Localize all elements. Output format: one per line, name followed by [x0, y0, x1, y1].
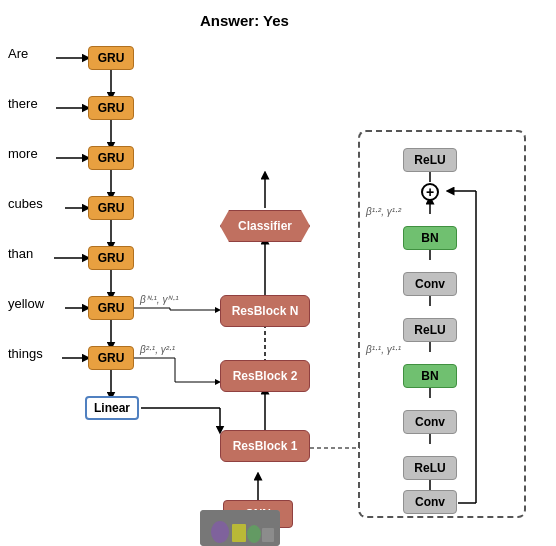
- resblock-1: ResBlock 1: [220, 430, 310, 462]
- gru-1: GRU: [88, 46, 134, 70]
- resblock-2: ResBlock 2: [220, 360, 310, 392]
- gru-5: GRU: [88, 246, 134, 270]
- right-bn-1: BN: [403, 364, 457, 388]
- resblock-n: ResBlock N: [220, 295, 310, 327]
- svg-point-44: [247, 525, 261, 543]
- right-bn-2: BN: [403, 226, 457, 250]
- word-than: than: [8, 246, 33, 261]
- gru-6: GRU: [88, 296, 134, 320]
- gru-7: GRU: [88, 346, 134, 370]
- gru-2: GRU: [88, 96, 134, 120]
- word-more: more: [8, 146, 38, 161]
- input-image: [200, 510, 280, 546]
- right-conv-1: Conv: [403, 490, 457, 514]
- svg-rect-43: [232, 524, 246, 542]
- right-relu-1: ReLU: [403, 456, 457, 480]
- word-cubes: cubes: [8, 196, 43, 211]
- answer-label: Answer: Yes: [200, 12, 289, 29]
- right-conv-2: Conv: [403, 410, 457, 434]
- param-beta11: β¹·¹, γ¹·¹: [366, 344, 401, 355]
- svg-rect-45: [262, 528, 274, 542]
- gru-3: GRU: [88, 146, 134, 170]
- gru-4: GRU: [88, 196, 134, 220]
- right-relu-2: ReLU: [403, 318, 457, 342]
- param-beta21: β²·¹, γ²·¹: [140, 344, 175, 355]
- word-things: things: [8, 346, 43, 361]
- word-are: Are: [8, 46, 28, 61]
- residual-plus: +: [421, 183, 439, 201]
- word-there: there: [8, 96, 38, 111]
- param-betaN1: βᴺ·¹, γᴺ·¹: [140, 294, 179, 305]
- word-yellow: yellow: [8, 296, 44, 311]
- right-conv-3: Conv: [403, 272, 457, 296]
- right-relu-3: ReLU: [403, 148, 457, 172]
- linear-box: Linear: [85, 396, 139, 420]
- param-beta12: β¹·², γ¹·²: [366, 206, 401, 217]
- svg-point-42: [211, 521, 229, 543]
- classifier-box: Classifier: [220, 210, 310, 242]
